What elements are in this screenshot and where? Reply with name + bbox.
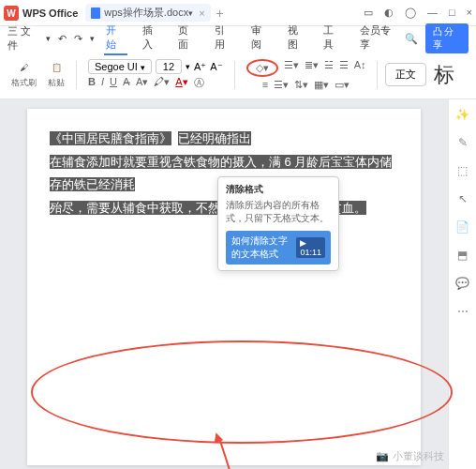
decrease-font-icon[interactable]: A⁻ xyxy=(210,61,222,73)
workspace: 清除格式 清除所选内容的所有格式，只留下无格式文本。 如何清除文字的文本格式 ▶… xyxy=(0,99,476,469)
layers-icon[interactable]: ⬒ xyxy=(455,248,470,263)
ribbon-toolbar: 🖌 格式刷 📋 粘贴 Segoe UI ▾ 12 ▾ A⁺ A⁻ B I U A… xyxy=(0,51,476,99)
side-panel: ✨ ✎ ⬚ ↖ 📄 ⬒ 💬 ⋯ xyxy=(448,99,476,469)
line-spacing-icon[interactable]: ⇅▾ xyxy=(294,79,308,91)
app-name: WPS Office xyxy=(22,8,78,19)
align-left-icon[interactable]: ≡ xyxy=(262,79,268,91)
user-icon[interactable]: ◯ xyxy=(405,7,416,19)
brush-icon: 🖌 xyxy=(17,60,32,75)
clear-format-tooltip: 清除格式 清除所选内容的所有格式，只留下无格式文本。 如何清除文字的文本格式 ▶… xyxy=(217,176,339,271)
body-text-style-button[interactable]: 正文 xyxy=(385,63,426,86)
bold-icon[interactable]: B xyxy=(88,76,96,90)
indent-icon[interactable]: ☱ xyxy=(324,59,334,77)
cursor-icon[interactable]: ↖ xyxy=(455,191,470,206)
font-size-select[interactable]: 12 xyxy=(156,59,182,74)
italic-icon[interactable]: I xyxy=(101,76,104,90)
maximize-icon[interactable]: □ xyxy=(449,7,455,19)
menu-bar: 三 文件 ▾ ↶ ↷ ▾ 开始 插入 页面 引用 审阅 视图 工具 会员专享 🔍… xyxy=(0,26,476,51)
font-color-icon[interactable]: A▾ xyxy=(175,76,187,90)
document-tab[interactable]: wps操作场景.docx ▾ × xyxy=(85,4,210,22)
share-button[interactable]: 凸 分享 xyxy=(425,23,469,53)
text-box-icon[interactable]: Ⓐ xyxy=(194,76,204,90)
clear-format-button[interactable]: ◇▾ xyxy=(246,59,278,77)
window-controls: ▭ ◐ ◯ — □ × xyxy=(364,7,472,19)
tooltip-video-link[interactable]: 如何清除文字的文本格式 ▶ 01:11 xyxy=(226,231,331,265)
minimize-icon[interactable]: — xyxy=(427,7,438,19)
redo-icon[interactable]: ↷ xyxy=(74,33,82,45)
paste-button[interactable]: 📋 粘贴 xyxy=(48,60,65,89)
watermark: 📷 小董谈科技 xyxy=(376,449,444,463)
increase-font-icon[interactable]: A⁺ xyxy=(194,61,206,73)
format-brush-button[interactable]: 🖌 格式刷 xyxy=(11,60,37,89)
align-icon[interactable]: A↕ xyxy=(354,59,366,77)
highlight-icon[interactable]: 🖍▾ xyxy=(154,76,170,90)
wps-logo-icon: W xyxy=(4,6,19,21)
outdent-icon[interactable]: ☰ xyxy=(339,59,349,77)
comment-icon[interactable]: 💬 xyxy=(455,276,470,291)
shading-icon[interactable]: ▦▾ xyxy=(314,79,329,91)
red-arrow-line xyxy=(218,437,260,469)
svg-text:W: W xyxy=(7,8,16,19)
more-tools-icon[interactable]: ⋯ xyxy=(455,304,470,319)
border-icon[interactable]: ▭▾ xyxy=(335,79,350,91)
tab-close-icon[interactable]: × xyxy=(199,8,204,19)
close-icon[interactable]: × xyxy=(467,7,472,19)
new-tab-button[interactable]: + xyxy=(216,6,224,21)
red-ellipse-annotation xyxy=(31,340,453,444)
number-list-icon[interactable]: ≣▾ xyxy=(305,59,319,77)
paste-icon: 📋 xyxy=(49,60,64,75)
red-arrow-head xyxy=(212,431,224,443)
search-icon[interactable]: 🔍 xyxy=(405,33,418,45)
document-area: 清除格式 清除所选内容的所有格式，只留下无格式文本。 如何清除文字的文本格式 ▶… xyxy=(0,99,448,469)
more-icon[interactable]: ▾ xyxy=(90,34,95,43)
font-name-select[interactable]: Segoe UI ▾ xyxy=(88,59,152,74)
help-icon[interactable]: ◐ xyxy=(384,7,394,19)
tooltip-title: 清除格式 xyxy=(226,183,331,196)
bullet-list-icon[interactable]: ☰▾ xyxy=(284,59,299,77)
tablet-icon[interactable]: ▭ xyxy=(364,7,373,19)
dropdown-icon[interactable]: ▾ xyxy=(46,34,51,43)
pencil-icon[interactable]: ✎ xyxy=(455,135,470,150)
select-icon[interactable]: ⬚ xyxy=(455,163,470,178)
video-duration: ▶ 01:11 xyxy=(296,237,325,258)
doc-name: wps操作场景.docx xyxy=(104,6,188,20)
align-center-icon[interactable]: ☰▾ xyxy=(274,79,289,91)
tooltip-body: 清除所选内容的所有格式，只留下无格式文本。 xyxy=(226,199,331,225)
heading-style-label[interactable]: 标 xyxy=(434,61,454,89)
undo-icon[interactable]: ↶ xyxy=(58,33,67,45)
strike-icon[interactable]: A̶ xyxy=(123,76,130,90)
file-menu[interactable]: 三 文件 xyxy=(7,24,38,53)
clipboard-icon[interactable]: 📄 xyxy=(455,219,470,234)
dropdown-icon[interactable]: ▾ xyxy=(188,8,193,18)
doc-icon xyxy=(91,8,100,19)
sparkle-icon[interactable]: ✨ xyxy=(455,107,470,122)
text-effect-icon[interactable]: A▾ xyxy=(136,76,148,90)
watermark-icon: 📷 xyxy=(376,450,389,462)
document-page[interactable]: 《中国居民膳食指南》 已经明确指出 在辅食添加时就要重视含铁食物的摄入，满 6 … xyxy=(27,109,421,465)
underline-icon[interactable]: U xyxy=(110,76,117,90)
